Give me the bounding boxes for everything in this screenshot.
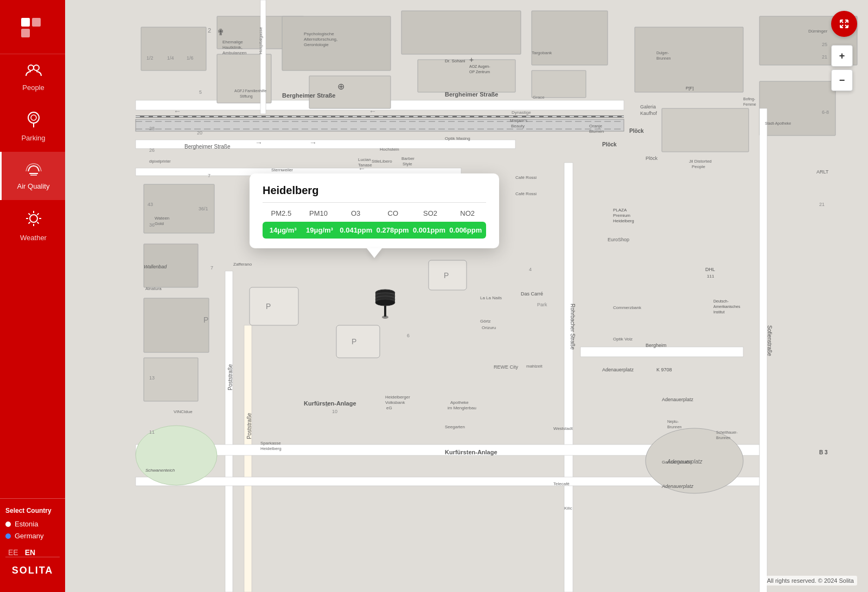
svg-text:Commerzbank: Commerzbank <box>613 305 642 310</box>
estonia-label: Estonia <box>15 520 38 528</box>
svg-text:eG: eG <box>386 406 392 410</box>
svg-text:Oranje: Oranje <box>589 124 603 128</box>
svg-rect-38 <box>635 27 743 92</box>
svg-text:Sparkasse: Sparkasse <box>260 441 281 446</box>
svg-text:→: → <box>255 138 263 147</box>
svg-rect-24 <box>244 325 252 592</box>
svg-point-6 <box>31 115 36 120</box>
svg-text:Style: Style <box>403 162 412 166</box>
estonia-dot <box>5 522 11 527</box>
air-quality-popup: Heidelberg PM2.5 PM10 O3 CO SO2 NO2 14μg… <box>250 173 499 248</box>
svg-text:8: 8 <box>326 402 328 408</box>
svg-text:Psychologische: Psychologische <box>304 31 334 36</box>
sidebar-item-people[interactable]: People <box>0 54 65 101</box>
sidebar-item-label-air-quality: Air Quality <box>17 182 50 190</box>
sidebar-item-parking[interactable]: Parking <box>0 101 65 152</box>
svg-text:im Menglerbau: im Menglerbau <box>448 406 476 410</box>
popup-data-table: PM2.5 PM10 O3 CO SO2 NO2 14μg/m³ 19μg/m³… <box>263 209 486 239</box>
svg-text:Seegarten: Seegarten <box>445 424 465 429</box>
svg-text:Kaufhof: Kaufhof <box>640 111 658 116</box>
svg-text:←: ← <box>174 107 181 115</box>
header-pm25: PM2.5 <box>263 209 300 217</box>
svg-text:Volksbank: Volksbank <box>385 400 405 405</box>
svg-text:La La Nails: La La Nails <box>480 295 502 300</box>
header-pm10: PM10 <box>300 209 337 217</box>
svg-text:EuroShop: EuroShop <box>608 237 629 242</box>
svg-text:mahlzeit: mahlzeit <box>526 364 543 369</box>
svg-text:Targobank: Targobank <box>532 50 552 55</box>
svg-rect-37 <box>532 70 586 98</box>
svg-text:13: 13 <box>149 375 155 381</box>
value-pm10: 19μg/m³ <box>301 226 337 234</box>
svg-text:Bergheimer Straße: Bergheimer Straße <box>282 92 335 99</box>
value-o3: 0.041ppm <box>338 226 374 234</box>
sidebar-item-air-quality[interactable]: Air Quality <box>0 152 65 200</box>
lang-en[interactable]: EN <box>25 548 35 557</box>
svg-line-18 <box>28 222 30 224</box>
sidebar-item-weather[interactable]: Weather <box>0 200 65 252</box>
svg-text:Heidelberg: Heidelberg <box>260 446 282 451</box>
svg-rect-2 <box>21 29 30 37</box>
svg-text:StileLibero: StileLibero <box>372 159 392 164</box>
svg-text:Bergheimer Straße: Bergheimer Straße <box>184 144 231 150</box>
lang-ee[interactable]: EE <box>8 548 18 557</box>
svg-rect-34 <box>401 11 521 54</box>
value-so2: 0.001ppm <box>411 226 447 234</box>
svg-text:Alnatura: Alnatura <box>145 286 162 291</box>
svg-text:111: 111 <box>707 274 714 279</box>
weather-icon <box>25 210 42 229</box>
map-background[interactable]: P P P P Adenauerplatz Bergheimer Straße … <box>65 0 868 592</box>
zoom-out-button[interactable]: − <box>831 69 853 91</box>
svg-text:Institut: Institut <box>713 310 725 314</box>
svg-text:21: 21 <box>822 54 827 60</box>
svg-text:P[F]: P[F] <box>686 86 694 91</box>
brand-name: SOLITA <box>5 557 60 584</box>
svg-text:25: 25 <box>822 42 827 47</box>
svg-rect-44 <box>144 298 209 352</box>
country-estonia[interactable]: Estonia <box>5 520 60 528</box>
value-no2: 0.006ppm <box>448 226 484 234</box>
svg-text:B 3: B 3 <box>819 449 828 455</box>
svg-text:Blumen: Blumen <box>589 129 604 134</box>
svg-text:36: 36 <box>149 222 155 228</box>
svg-text:Jil Distorted: Jil Distorted <box>689 159 712 164</box>
svg-text:Brunnen: Brunnen <box>656 56 671 60</box>
zoom-in-button[interactable]: + <box>831 45 853 67</box>
header-so2: SO2 <box>412 209 449 217</box>
svg-text:Heidelberger: Heidelberger <box>385 395 410 400</box>
air-quality-icon <box>25 162 42 178</box>
svg-text:Tanase: Tanase <box>358 163 372 168</box>
svg-text:People: People <box>692 164 705 169</box>
svg-rect-29 <box>141 27 206 70</box>
svg-line-17 <box>37 214 39 215</box>
brand-logo <box>19 14 46 41</box>
map-controls: + − <box>831 11 857 91</box>
svg-text:Sternweiler: Sternweiler <box>271 168 293 172</box>
value-pm25: 14μg/m³ <box>265 226 301 234</box>
svg-text:PLAZA: PLAZA <box>613 208 627 213</box>
svg-text:Premium: Premium <box>613 213 630 218</box>
svg-text:Gerontologie: Gerontologie <box>304 42 329 47</box>
svg-text:Bofing-: Bofing- <box>743 97 756 101</box>
svg-text:Plöck: Plöck <box>646 156 658 161</box>
popup-headers: PM2.5 PM10 O3 CO SO2 NO2 <box>263 209 486 217</box>
popup-city-name: Heidelberg <box>263 184 486 203</box>
svg-text:Dürninger: Dürninger <box>808 29 827 34</box>
svg-text:P: P <box>203 316 208 324</box>
svg-text:Brunnen: Brunnen <box>716 436 731 440</box>
expand-button[interactable] <box>831 11 857 37</box>
country-germany[interactable]: Germany <box>5 532 60 540</box>
sidebar-bottom: Select Country Estonia Germany EE EN SOL… <box>0 498 65 592</box>
svg-rect-23 <box>225 271 233 592</box>
svg-point-4 <box>34 65 39 70</box>
value-co: 0.278ppm <box>374 226 411 234</box>
map-marker[interactable] <box>372 282 399 320</box>
svg-text:Park: Park <box>537 302 547 307</box>
svg-text:DHL: DHL <box>705 267 715 272</box>
svg-text:→: → <box>309 138 317 147</box>
svg-text:Amerikanisches: Amerikanisches <box>713 305 741 308</box>
svg-rect-66 <box>136 119 624 131</box>
svg-text:Barber: Barber <box>401 156 414 161</box>
svg-text:11: 11 <box>149 429 155 435</box>
svg-text:Adenauerplatz: Adenauerplatz <box>661 484 694 489</box>
